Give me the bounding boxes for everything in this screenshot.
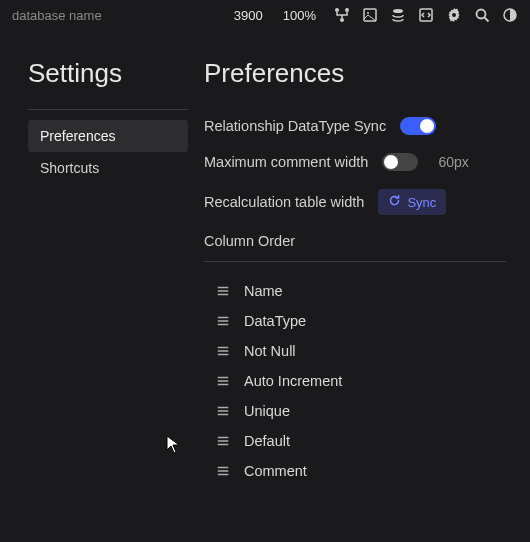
svg-point-0 <box>335 8 339 12</box>
order-item-label: Default <box>244 433 290 449</box>
search-icon[interactable] <box>474 7 490 23</box>
rel-sync-toggle[interactable] <box>400 117 436 135</box>
drag-handle-icon <box>216 284 230 298</box>
svg-point-8 <box>477 10 486 19</box>
order-item-label: Comment <box>244 463 307 479</box>
drag-handle-icon <box>216 314 230 328</box>
max-width-value: 60px <box>438 154 468 170</box>
layers-icon[interactable] <box>390 7 406 23</box>
topbar: database name 3900 100% <box>0 0 530 30</box>
gear-icon[interactable] <box>446 7 462 23</box>
svg-point-5 <box>393 9 403 13</box>
order-item[interactable]: Auto Increment <box>216 366 506 396</box>
preferences-panel: Preferences Relationship DataType Sync M… <box>204 58 506 486</box>
relationship-icon[interactable] <box>334 7 350 23</box>
order-item[interactable]: Comment <box>216 456 506 486</box>
database-name-input[interactable]: database name <box>12 8 102 23</box>
column-order-label: Column Order <box>204 233 506 249</box>
image-icon[interactable] <box>362 7 378 23</box>
drag-handle-icon <box>216 464 230 478</box>
zoom-level[interactable]: 100% <box>283 8 316 23</box>
theme-toggle-icon[interactable] <box>502 7 518 23</box>
svg-point-7 <box>452 13 456 17</box>
order-item-label: Auto Increment <box>244 373 342 389</box>
recalc-label: Recalculation table width <box>204 194 364 210</box>
code-icon[interactable] <box>418 7 434 23</box>
sync-button-label: Sync <box>407 195 436 210</box>
svg-point-2 <box>340 18 344 22</box>
svg-point-1 <box>345 8 349 12</box>
sidebar-title: Settings <box>28 58 188 89</box>
order-item-label: Unique <box>244 403 290 419</box>
order-item-label: Not Null <box>244 343 296 359</box>
drag-handle-icon <box>216 344 230 358</box>
order-item-label: Name <box>244 283 283 299</box>
column-order-list: Name DataType Not Null Auto Increment Un… <box>204 276 506 486</box>
order-item[interactable]: Not Null <box>216 336 506 366</box>
order-item[interactable]: Unique <box>216 396 506 426</box>
drag-handle-icon <box>216 374 230 388</box>
sidebar-item-preferences[interactable]: Preferences <box>28 120 188 152</box>
sidebar-item-shortcuts[interactable]: Shortcuts <box>28 152 188 184</box>
order-item[interactable]: DataType <box>216 306 506 336</box>
drag-handle-icon <box>216 434 230 448</box>
max-width-toggle[interactable] <box>382 153 418 171</box>
order-item-label: DataType <box>244 313 306 329</box>
sync-button[interactable]: Sync <box>378 189 446 215</box>
order-item[interactable]: Name <box>216 276 506 306</box>
order-item[interactable]: Default <box>216 426 506 456</box>
refresh-icon <box>388 194 401 210</box>
rel-sync-label: Relationship DataType Sync <box>204 118 386 134</box>
topbar-number: 3900 <box>234 8 263 23</box>
settings-sidebar: Settings Preferences Shortcuts <box>28 58 188 486</box>
max-width-label: Maximum comment width <box>204 154 368 170</box>
content-title: Preferences <box>204 58 506 89</box>
drag-handle-icon <box>216 404 230 418</box>
svg-point-4 <box>367 12 369 14</box>
